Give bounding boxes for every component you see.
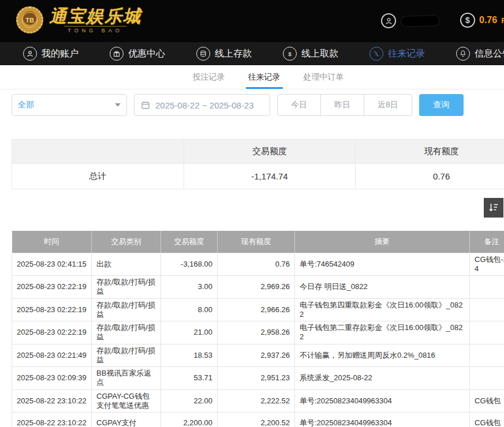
cell-amount: -3,168.00 — [161, 253, 218, 276]
nav-item-label: 线上存款 — [215, 48, 252, 60]
cell-remark — [470, 298, 504, 321]
nav-item-deposit[interactable]: 线上存款 — [196, 47, 252, 61]
cell-summary: 电子钱包第二重存款彩金《次日16:00领取》_0822 — [295, 321, 470, 344]
cell-amount: 22.00 — [161, 389, 218, 413]
record-row: 2025-08-23 02:22:19存款/取款/打码/损益21.002,958… — [12, 321, 504, 344]
nav-item-account[interactable]: 我的账户 — [23, 47, 79, 61]
nav-item-label: 优惠中心 — [128, 48, 165, 60]
quick-range-group: 今日昨日近8日 — [277, 94, 412, 116]
dollar-icon: $ — [283, 47, 297, 61]
cell-time: 2025-08-23 02:22:19 — [12, 298, 92, 321]
balance-area: $ 0.76 R — [460, 13, 504, 28]
cell-amount: 53.71 — [161, 367, 218, 390]
cell-balance: 2,937.26 — [218, 344, 295, 367]
cell-summary: 系统派发_2025-08-22 — [295, 367, 470, 390]
record-row: 2025-08-23 02:41:15出款-3,168.000.76单号:746… — [12, 253, 504, 276]
nav-item-label: 我的账户 — [42, 48, 79, 60]
cell-remark — [470, 344, 504, 367]
nav-item-withdraw[interactable]: $线上取款 — [283, 47, 338, 61]
cell-type: 出款 — [92, 253, 161, 276]
cell-type: CGPAY支付 — [92, 413, 161, 427]
cell-amount: 3.00 — [161, 276, 218, 299]
username-redacted — [401, 16, 439, 27]
summary-table: 交易额度现有额度 总计 -1,174.74 0.76 — [12, 139, 504, 189]
record-row: 2025-08-23 02:22:19存款/取款/打码/损益8.002,966.… — [12, 298, 504, 321]
cell-time: 2025-08-22 23:10:22 — [12, 389, 92, 413]
nav-item-label: 信息公告 — [475, 48, 504, 60]
nav-item-label: 线上取款 — [301, 48, 338, 60]
type-select-value: 全部 — [18, 100, 34, 110]
brand-logo[interactable]: TB 通宝娱乐城 TONG BAO — [16, 6, 141, 33]
cell-amount: 8.00 — [161, 298, 218, 321]
brand-name-en: TONG BAO — [64, 26, 126, 33]
cell-type: 存款/取款/打码/损益 — [92, 321, 161, 344]
records-column-header-time: 时间 — [12, 231, 92, 253]
record-row: 2025-08-22 23:10:22CGPAY-CG钱包支付笔笔送优惠22.0… — [12, 389, 504, 413]
cell-summary: 电子钱包第四重取款彩金《次日16:00领取》_0822 — [295, 298, 470, 321]
balance-currency: R — [501, 16, 504, 25]
tab-transaction-records[interactable]: 往来记录 — [246, 65, 283, 89]
summary-transaction-amount: -1,174.74 — [184, 164, 356, 189]
record-row: 2025-08-22 23:10:22CGPAY支付2,200.002,200.… — [12, 413, 504, 427]
nav-item-promotions[interactable]: 优惠中心 — [110, 47, 165, 61]
cell-summary: 单号:202508234049963304 — [295, 413, 470, 427]
cell-type: BB视讯百家乐返点 — [92, 367, 161, 390]
cell-remark: CG钱包-24 — [470, 253, 504, 276]
summary-total-row: 总计 -1,174.74 0.76 — [12, 164, 504, 189]
casino-chip-icon: TB — [16, 6, 43, 33]
brand-name-cn: 通宝娱乐城 — [49, 6, 141, 25]
date-range-picker[interactable]: 2025-08-22 ~ 2025-08-23 — [134, 94, 270, 116]
chip-label: TB — [22, 12, 38, 28]
cell-type: 存款/取款/打码/损益 — [92, 298, 161, 321]
nav-item-records[interactable]: $往来记录 — [369, 47, 425, 61]
nav-item-label: 往来记录 — [388, 48, 425, 60]
cell-time: 2025-08-23 02:22:19 — [12, 321, 92, 344]
summary-header-row: 交易额度现有额度 — [12, 140, 504, 164]
transfer-icon: $ — [369, 47, 383, 61]
person-icon — [381, 13, 396, 28]
calendar-icon — [141, 100, 150, 110]
top-header: TB 通宝娱乐城 TONG BAO $ 0.76 R — [0, 0, 504, 42]
tab-betting-records[interactable]: 投注记录 — [191, 65, 227, 89]
sort-button[interactable] — [484, 198, 503, 218]
records-column-header-summary: 摘要 — [295, 231, 470, 253]
cell-summary: 今日存 明日送_0822 — [295, 276, 470, 299]
cell-balance: 2,966.26 — [218, 298, 295, 321]
cell-time: 2025-08-22 23:10:22 — [12, 413, 92, 427]
summary-column-header — [12, 140, 184, 164]
brand-text: 通宝娱乐城 TONG BAO — [49, 6, 141, 33]
coins-icon — [196, 47, 210, 61]
user-area — [381, 13, 439, 28]
sort-bar — [0, 198, 504, 218]
type-select[interactable]: 全部 — [12, 94, 127, 116]
nav-item-announcements[interactable]: 信息公告 — [456, 47, 504, 61]
cell-remark — [470, 321, 504, 344]
sort-desc-icon — [488, 202, 499, 214]
cell-time: 2025-08-23 02:09:39 — [12, 367, 92, 390]
filter-row: 全部 2025-08-22 ~ 2025-08-23 今日昨日近8日 查询 — [12, 94, 504, 116]
bell-icon — [456, 47, 470, 61]
record-row: 2025-08-23 02:22:19存款/取款/打码/损益3.002,969.… — [12, 276, 504, 299]
records-column-header-remark: 备注 — [470, 231, 504, 253]
query-button[interactable]: 查询 — [419, 94, 464, 116]
tab-processing-orders[interactable]: 处理中订单 — [301, 65, 346, 89]
cell-remark — [470, 276, 504, 299]
cell-time: 2025-08-23 02:22:19 — [12, 276, 92, 299]
cell-summary: 单号:746542409 — [295, 253, 470, 276]
cell-remark — [470, 367, 504, 390]
record-row: 2025-08-23 02:21:49存款/取款/打码/损益18.532,937… — [12, 344, 504, 367]
cell-amount: 21.00 — [161, 321, 218, 344]
cell-balance: 2,200.52 — [218, 413, 295, 427]
balance-amount: 0.76 — [479, 15, 497, 25]
quick-range-button-0[interactable]: 今日 — [277, 94, 321, 116]
cell-type: 存款/取款/打码/损益 — [92, 276, 161, 299]
cell-balance: 2,951.23 — [218, 367, 295, 390]
quick-range-button-1[interactable]: 昨日 — [320, 94, 364, 116]
cell-balance: 0.76 — [218, 253, 295, 276]
cell-type: CGPAY-CG钱包支付笔笔送优惠 — [92, 389, 161, 413]
records-column-header-type: 交易类别 — [92, 231, 161, 253]
quick-range-button-2[interactable]: 近8日 — [364, 94, 412, 116]
cell-balance: 2,969.26 — [218, 276, 295, 299]
date-range-value: 2025-08-22 ~ 2025-08-23 — [155, 100, 254, 110]
cell-summary: 不计输赢，另加赠送周周反水0.2%_0816 — [295, 344, 470, 367]
